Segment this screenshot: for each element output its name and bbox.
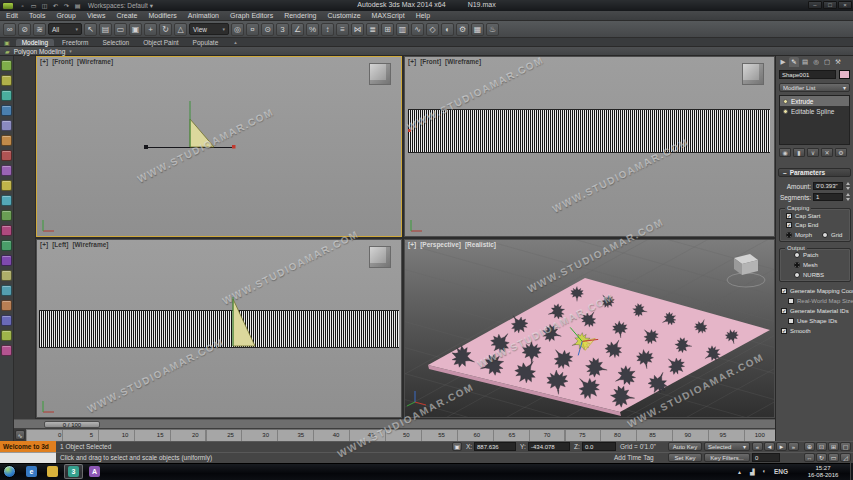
taskbar-internet-explorer-icon[interactable]: e xyxy=(22,464,41,479)
viewport-pov-menu[interactable]: [Perspective] xyxy=(420,241,461,248)
select-object-icon[interactable]: ↖ xyxy=(84,23,97,36)
rendered-frame-window-icon[interactable]: ▦ xyxy=(471,23,484,36)
key-filters-button[interactable]: Key Filters... xyxy=(704,453,750,462)
amount-field[interactable]: 0'0.393" xyxy=(813,182,843,190)
mesh-radio[interactable]: Mesh xyxy=(794,262,818,268)
dock-toolbar-icon[interactable] xyxy=(1,285,12,296)
configure-modifier-sets-icon[interactable]: ⚙ xyxy=(835,148,847,157)
ribbon-tab-selection[interactable]: Selection xyxy=(96,39,135,46)
new-scene-icon[interactable]: ▫ xyxy=(18,3,27,9)
dock-toolbar-icon[interactable] xyxy=(1,120,12,131)
vertex-marker[interactable] xyxy=(144,145,148,149)
modifier-enable-icon[interactable] xyxy=(783,109,788,114)
project-folder-icon[interactable]: ▤ xyxy=(73,2,82,9)
menu-group[interactable]: Group xyxy=(55,12,76,19)
dock-toolbar-icon[interactable] xyxy=(1,195,12,206)
schematic-view-icon[interactable]: ◇ xyxy=(426,23,439,36)
modifier-stack-item-extrude[interactable]: Extrude xyxy=(780,96,849,106)
selection-filter-dropdown[interactable]: All▾ xyxy=(48,23,82,35)
selected-vertex-marker[interactable] xyxy=(232,145,236,149)
menu-create[interactable]: Create xyxy=(115,12,138,19)
viewport-general-menu[interactable]: [+] xyxy=(40,241,48,248)
zoom-extents-icon[interactable]: ⊞ xyxy=(828,442,839,451)
utilities-tab-icon[interactable]: ⚒ xyxy=(833,57,843,67)
add-time-tag[interactable]: Add Time Tag xyxy=(614,454,654,461)
dock-toolbar-icon[interactable] xyxy=(1,330,12,341)
dock-toolbar-icon[interactable] xyxy=(1,240,12,251)
modify-tab-icon[interactable]: ✎ xyxy=(789,57,799,67)
maxscript-listener-line[interactable] xyxy=(0,452,56,463)
grid-radio[interactable]: Grid xyxy=(822,232,842,238)
open-mini-curve-editor-button[interactable]: ∿ xyxy=(15,430,25,440)
amount-spinner[interactable] xyxy=(846,182,851,190)
select-and-scale-icon[interactable]: △ xyxy=(174,23,187,36)
minimize-button[interactable]: – xyxy=(808,1,822,9)
generate-mapping-coords-checkbox[interactable]: ✓Generate Mapping Coords. xyxy=(781,288,853,294)
chevron-down-icon[interactable]: ▾ xyxy=(69,48,72,54)
viewport-front-top-right[interactable]: [+] [Front] [Wireframe] xyxy=(404,56,775,237)
segments-field[interactable]: 1 xyxy=(813,193,843,201)
viewport-pov-menu[interactable]: [Left] xyxy=(52,241,68,248)
pin-stack-icon[interactable]: ◉ xyxy=(779,148,791,157)
maximize-button[interactable]: □ xyxy=(823,1,837,9)
mirror-icon[interactable]: ⋈ xyxy=(351,23,364,36)
create-tab-icon[interactable]: ▶ xyxy=(778,57,788,67)
taskbar-explorer-folder-icon[interactable] xyxy=(43,464,62,479)
viewport-pov-menu[interactable]: [Front] xyxy=(52,58,73,65)
orbit-icon[interactable]: ↻ xyxy=(816,453,827,462)
real-world-map-size-checkbox[interactable]: Real-World Map Size xyxy=(788,298,853,304)
snaps-toggle-icon[interactable]: 3 xyxy=(276,23,289,36)
spinner-snap-icon[interactable]: ↕ xyxy=(321,23,334,36)
dock-toolbar-icon[interactable] xyxy=(1,135,12,146)
viewport-left-bottom-left[interactable]: [+] [Left] [Wireframe] xyxy=(36,239,402,418)
motion-tab-icon[interactable]: ◎ xyxy=(811,57,821,67)
menu-tools[interactable]: Tools xyxy=(28,12,46,19)
layer-manager-icon[interactable]: ⊞ xyxy=(381,23,394,36)
morph-radio[interactable]: Morph xyxy=(786,232,812,238)
reference-coordinate-system-dropdown[interactable]: View▾ xyxy=(189,23,229,35)
tray-network-icon[interactable]: ▟ xyxy=(750,468,755,475)
play-animation-icon[interactable]: ► xyxy=(776,442,787,451)
start-button[interactable] xyxy=(3,465,16,478)
pink-plane-object[interactable] xyxy=(428,278,770,412)
maxscript-mini-listener[interactable]: Welcome to 3d xyxy=(0,441,56,452)
taskbar-3ds-max-icon[interactable]: 3 xyxy=(64,464,83,479)
ribbon-tab-object-paint[interactable]: Object Paint xyxy=(137,39,184,46)
select-and-manipulate-icon[interactable]: ¤ xyxy=(246,23,259,36)
menu-graph-editors[interactable]: Graph Editors xyxy=(229,12,274,19)
menu-maxscript[interactable]: MAXScript xyxy=(371,12,406,19)
zoom-icon[interactable]: ⊕ xyxy=(804,442,815,451)
viewport-shading-menu[interactable]: [Wireframe] xyxy=(445,58,481,65)
menu-animation[interactable]: Animation xyxy=(187,12,220,19)
graphite-modeling-ribbon-icon[interactable]: ▥ xyxy=(396,23,409,36)
taskbar-app-icon[interactable]: A xyxy=(85,464,104,479)
selection-set-dropdown[interactable]: Selected ▾ xyxy=(704,442,750,451)
curve-editor-icon[interactable]: ∿ xyxy=(411,23,424,36)
select-and-move-icon[interactable]: + xyxy=(144,23,157,36)
dock-toolbar-icon[interactable] xyxy=(1,150,12,161)
menu-help[interactable]: Help xyxy=(415,12,431,19)
z-coordinate-field[interactable]: 0.0 xyxy=(582,442,616,451)
close-button[interactable]: × xyxy=(838,1,852,9)
extruded-leaf-profile-object[interactable] xyxy=(233,299,255,346)
window-crossing-icon[interactable]: ▣ xyxy=(129,23,142,36)
current-frame-field[interactable]: 0 xyxy=(752,453,780,462)
dock-toolbar-icon[interactable] xyxy=(1,270,12,281)
dock-toolbar-icon[interactable] xyxy=(1,315,12,326)
dock-toolbar-icon[interactable] xyxy=(1,345,12,356)
open-file-icon[interactable]: ▭ xyxy=(29,2,38,9)
time-slider-handle[interactable]: 0 / 100 xyxy=(44,421,100,428)
go-to-end-icon[interactable]: » xyxy=(788,442,799,451)
parameters-rollout-header[interactable]: –Parameters xyxy=(778,168,851,177)
keyboard-shortcut-override-icon[interactable]: ⊙ xyxy=(261,23,274,36)
generate-material-ids-checkbox[interactable]: ✓Generate Material IDs xyxy=(781,308,849,314)
polygon-modeling-panel[interactable]: Polygon Modeling xyxy=(14,48,66,55)
view-cube[interactable] xyxy=(369,63,391,85)
language-indicator[interactable]: ENG xyxy=(774,468,788,475)
set-key-button[interactable]: Set Key xyxy=(668,453,702,462)
smooth-checkbox[interactable]: ✓Smooth xyxy=(781,328,811,334)
graphite-tools-icon[interactable]: ▣ xyxy=(4,39,10,46)
ribbon-tab-modeling[interactable]: Modeling xyxy=(16,39,54,46)
view-cube[interactable] xyxy=(742,63,764,85)
ribbon-minimize-icon[interactable]: ▴ xyxy=(234,39,237,45)
